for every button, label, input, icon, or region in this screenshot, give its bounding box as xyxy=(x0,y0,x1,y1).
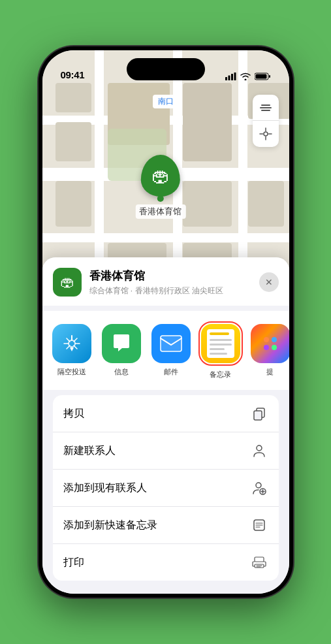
svg-point-21 xyxy=(256,483,261,488)
map-controls xyxy=(253,95,279,147)
action-copy[interactable]: 拷贝 xyxy=(53,395,279,432)
svg-rect-0 xyxy=(225,77,227,80)
close-button[interactable]: ✕ xyxy=(259,272,279,292)
person-icon xyxy=(250,442,268,460)
phone-frame: 09:41 xyxy=(39,46,293,598)
marker-label: 香港体育馆 xyxy=(135,204,185,219)
svg-rect-5 xyxy=(269,75,270,78)
more-dots xyxy=(264,337,277,350)
more-icon xyxy=(251,324,289,363)
airdrop-icon xyxy=(52,324,91,363)
notes-lines xyxy=(207,329,234,358)
svg-point-10 xyxy=(264,132,268,136)
svg-rect-29 xyxy=(255,557,264,562)
svg-rect-3 xyxy=(234,72,236,80)
signal-icon xyxy=(225,72,236,80)
map-layers-button[interactable] xyxy=(253,95,279,121)
action-add-note[interactable]: 添加到新快速备忘录 xyxy=(53,507,279,544)
action-print[interactable]: 打印 xyxy=(53,544,279,581)
share-app-more[interactable]: 提 xyxy=(249,324,289,377)
venue-info: 香港体育馆 综合体育馆 · 香港特别行政区 油尖旺区 xyxy=(89,268,259,297)
share-app-airdrop[interactable]: 隔空投送 xyxy=(50,324,93,377)
marker-stadium-icon: 🏟 xyxy=(151,165,170,187)
mail-label: 邮件 xyxy=(164,367,178,377)
svg-rect-16 xyxy=(161,336,181,351)
dynamic-island xyxy=(127,58,205,80)
action-list: 拷贝 新建联系人 xyxy=(53,395,279,581)
action-copy-label: 拷贝 xyxy=(63,407,84,421)
status-icons xyxy=(225,72,271,80)
notes-label: 备忘录 xyxy=(210,370,231,379)
action-new-contact[interactable]: 新建联系人 xyxy=(53,432,279,470)
share-app-mail[interactable]: 邮件 xyxy=(150,324,193,377)
venue-header: 🏟 香港体育馆 综合体育馆 · 香港特别行政区 油尖旺区 ✕ xyxy=(42,257,289,306)
marker-pin: 🏟 xyxy=(141,155,180,197)
notes-icon xyxy=(201,324,240,363)
svg-rect-2 xyxy=(231,74,233,80)
svg-rect-6 xyxy=(255,74,266,79)
venue-icon: 🏟 xyxy=(53,268,82,297)
copy-icon xyxy=(250,404,268,423)
battery-icon xyxy=(255,72,271,80)
status-time: 09:41 xyxy=(61,69,85,80)
svg-point-20 xyxy=(257,445,262,451)
share-app-messages[interactable]: 信息 xyxy=(100,324,143,377)
print-label: 打印 xyxy=(63,556,84,570)
svg-rect-8 xyxy=(260,107,272,108)
venue-subtitle: 综合体育馆 · 香港特别行政区 油尖旺区 xyxy=(89,285,259,297)
messages-icon xyxy=(102,324,141,363)
wifi-icon xyxy=(240,72,251,80)
add-note-label: 添加到新快速备忘录 xyxy=(63,519,157,532)
svg-rect-7 xyxy=(261,105,270,106)
add-existing-label: 添加到现有联系人 xyxy=(63,481,147,495)
note-icon xyxy=(250,516,268,534)
svg-rect-1 xyxy=(228,76,230,81)
bottom-sheet: 🏟 香港体育馆 综合体育馆 · 香港特别行政区 油尖旺区 ✕ xyxy=(42,257,289,594)
venue-name: 香港体育馆 xyxy=(89,268,259,283)
location-button[interactable] xyxy=(253,121,279,147)
phone-screen: 09:41 xyxy=(42,50,289,594)
new-contact-label: 新建联系人 xyxy=(63,444,116,458)
stadium-marker[interactable]: 🏟 香港体育馆 xyxy=(135,155,185,219)
share-app-notes[interactable]: 备忘录 xyxy=(199,321,242,379)
print-icon xyxy=(250,553,268,572)
messages-label: 信息 xyxy=(114,367,129,377)
airdrop-label: 隔空投送 xyxy=(57,367,86,377)
svg-rect-9 xyxy=(261,110,270,111)
notes-highlight-wrap xyxy=(198,321,243,366)
action-add-existing[interactable]: 添加到现有联系人 xyxy=(53,470,279,507)
mail-icon xyxy=(151,324,191,363)
share-apps-row: 隔空投送 信息 xyxy=(42,311,289,390)
svg-rect-19 xyxy=(254,411,262,420)
person-add-icon xyxy=(250,479,268,497)
more-label: 提 xyxy=(266,367,274,377)
map-label: 南口 xyxy=(153,95,179,108)
